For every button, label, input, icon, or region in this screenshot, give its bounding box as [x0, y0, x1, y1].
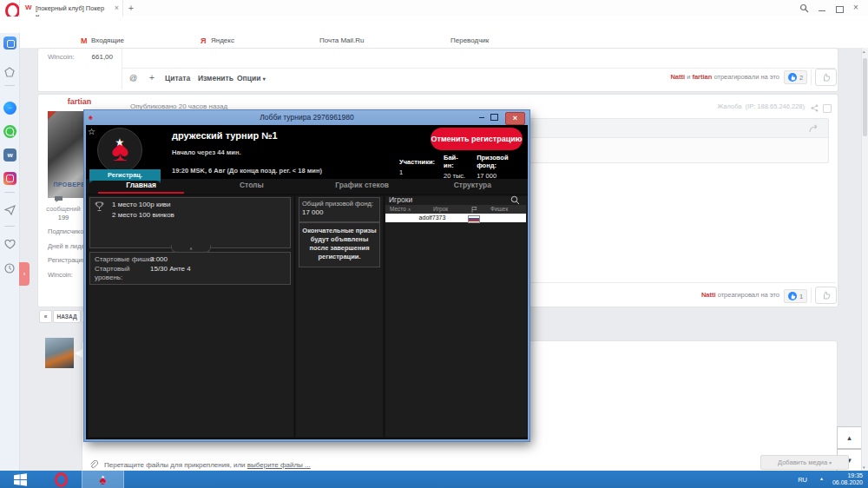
share-icon[interactable]: [811, 104, 819, 112]
tab-close-icon[interactable]: ×: [115, 3, 119, 12]
lobby-minimize-button[interactable]: [479, 117, 484, 118]
window-minimize-button[interactable]: [819, 10, 825, 11]
tab-tables[interactable]: Столы: [196, 179, 306, 194]
tab-favicon: W: [25, 3, 32, 11]
lobby-close-button[interactable]: ×: [505, 112, 525, 125]
report-link[interactable]: Жалоба: [717, 102, 741, 110]
side-panel-toggle[interactable]: ›: [19, 262, 30, 286]
window-maximize-button[interactable]: [836, 6, 844, 13]
my-flow-icon[interactable]: [4, 205, 16, 215]
tournament-stats: Участники:1 Бай-ин:20 тыс. Призовой фонд…: [399, 154, 529, 180]
scrollbar-up-icon[interactable]: ▴: [863, 49, 865, 54]
desktop: W [покерный клуб] Покер н... × + × VPN w…: [0, 0, 868, 488]
vk-icon[interactable]: w: [3, 148, 16, 162]
bookmarks-bar: M Входящие Я Яндекс Почта Mail.Ru Перево…: [0, 33, 868, 49]
post-ip: (IP: 188.65.246.228): [746, 102, 805, 110]
players-search-icon[interactable]: [510, 195, 520, 205]
whatsapp-icon[interactable]: [3, 125, 16, 138]
messenger-icon[interactable]: [3, 102, 16, 115]
divider: [4, 85, 15, 86]
window-close-button[interactable]: ×: [853, 3, 858, 12]
browser-address-bar: VPN wingamble.top/forum/topic/1489-poker…: [0, 16, 868, 33]
keyboard-layout[interactable]: RU: [798, 476, 807, 484]
taskbar-pokerstars-button[interactable]: ♠ ★: [82, 471, 124, 488]
prize-place-2: 2 место 100 винков: [112, 211, 174, 220]
pokerstars-logo: ♠ ★: [97, 128, 142, 173]
tab-stack-graph[interactable]: График стеков: [307, 179, 418, 194]
composer-tail: [75, 349, 82, 358]
fund-note-box: Окончательные призы будут объявлены посл…: [299, 222, 380, 267]
taskbar-opera-button[interactable]: [41, 471, 82, 488]
divider: [4, 226, 15, 227]
scrollbar-down-icon[interactable]: ▾: [863, 465, 865, 470]
paperclip-icon: [89, 460, 98, 470]
instagram-icon[interactable]: [3, 172, 16, 185]
tab-structure[interactable]: Структура: [418, 179, 528, 194]
scrollbar-thumb[interactable]: [863, 58, 867, 136]
start-page-icon[interactable]: [3, 36, 16, 49]
reaction-badge[interactable]: 1: [784, 289, 807, 303]
divider: [811, 287, 812, 303]
like-button[interactable]: [815, 287, 837, 304]
player-row[interactable]: adolf7373: [385, 214, 526, 222]
russia-flag-icon: [468, 215, 480, 223]
col-place[interactable]: Место ∧: [390, 205, 411, 214]
clock[interactable]: 19:3506.08.2020: [832, 472, 863, 487]
lobby-maximize-button[interactable]: [490, 114, 498, 121]
bookmark-yandex[interactable]: Яндекс: [211, 36, 234, 44]
trophy-icon: [95, 201, 104, 212]
history-icon[interactable]: [4, 263, 15, 274]
start-button[interactable]: [0, 471, 41, 488]
post-meta: Жалоба (IP: 188.65.246.228): [608, 103, 805, 111]
pokerstars-titlebar-icon: ♠: [89, 110, 93, 125]
col-chips[interactable]: Фишек: [490, 205, 508, 214]
reaction-count: 1: [799, 293, 803, 300]
pagination-first[interactable]: «: [39, 310, 52, 323]
workspace-icon[interactable]: [4, 67, 15, 77]
thumb-up-icon: [788, 73, 797, 82]
divider: [811, 69, 812, 85]
pagination-back[interactable]: НАЗАД: [53, 310, 81, 323]
search-icon[interactable]: [799, 3, 809, 13]
divider: [122, 49, 122, 89]
sort-asc-icon: ∧: [408, 207, 411, 212]
reply-arrow-icon[interactable]: [809, 124, 819, 133]
add-media-button[interactable]: Добавить медиа ▾: [760, 455, 849, 470]
post-published: Опубликовано 20 часов назад: [130, 102, 227, 110]
bookmark-translator[interactable]: Переводчик: [450, 36, 489, 44]
bookmark-inbox[interactable]: Входящие: [91, 36, 124, 44]
favorite-star-icon[interactable]: ☆: [88, 127, 95, 137]
quote-button[interactable]: Цитата: [165, 75, 190, 83]
choose-files-link[interactable]: выберите файлы ...: [247, 461, 311, 469]
tab-main[interactable]: Главная: [86, 179, 196, 194]
tournament-schedule: 19:20 MSK, 6 Авг (До конца позд. рег. < …: [172, 168, 322, 175]
tray-expand-icon[interactable]: ▴: [820, 476, 823, 482]
messages-label: сообщений: [37, 206, 89, 214]
browser-tab[interactable]: W [покерный клуб] Покер н... ×: [19, 0, 123, 16]
options-button[interactable]: Опции ▾: [237, 75, 266, 83]
cancel-registration-button[interactable]: Отменить регистрацию: [431, 128, 523, 150]
heart-icon[interactable]: [4, 240, 16, 249]
start-chips-label: Стартовые фишки:: [95, 255, 155, 264]
col-player[interactable]: Игрок: [433, 205, 448, 214]
select-post-checkbox[interactable]: [823, 104, 832, 113]
opera-icon: [55, 472, 68, 487]
stat-followers: Подписчиков:: [48, 228, 89, 236]
tournament-lobby-window[interactable]: ♠ Лобби турнира 2976961980 × ☆ ♠ ★ Регис…: [84, 110, 529, 441]
lobby-window-title: Лобби турнира 2976961980: [260, 113, 354, 122]
divider: [122, 68, 836, 69]
edit-button[interactable]: Изменить: [198, 75, 233, 83]
page-scrollbar[interactable]: ▴ ▾: [861, 48, 868, 471]
bookmark-mail[interactable]: Почта Mail.Ru: [319, 36, 365, 44]
add-button[interactable]: +: [149, 73, 155, 83]
fund-note: Окончательные призы будут объявлены посл…: [299, 223, 379, 266]
lobby-titlebar[interactable]: ♠ Лобби турнира 2976961980 ×: [84, 110, 529, 125]
taskbar: ♠ ★ RU ▴ 19:3506.08.2020: [0, 471, 868, 488]
divider: [4, 192, 15, 193]
post-author[interactable]: fartian: [37, 97, 122, 106]
new-tab-button[interactable]: +: [128, 3, 134, 14]
like-button[interactable]: [815, 69, 837, 86]
reaction-badge[interactable]: 2: [784, 70, 807, 84]
scroll-to-top-button[interactable]: ▴: [837, 426, 862, 449]
mention-button[interactable]: @: [129, 74, 137, 82]
